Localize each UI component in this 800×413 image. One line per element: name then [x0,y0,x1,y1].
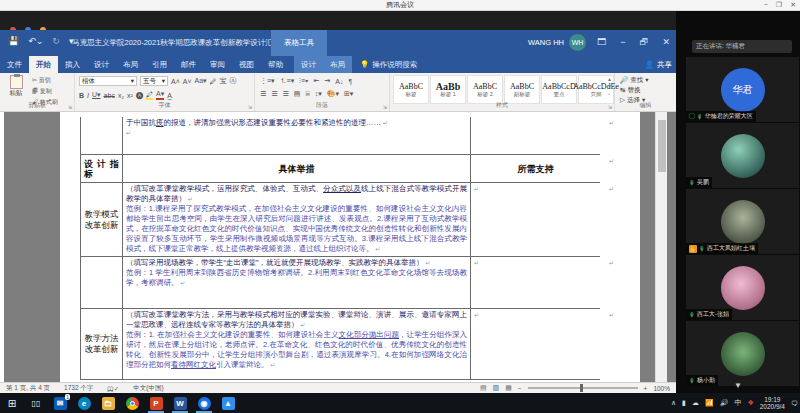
table-cell[interactable]: 具体举措 [122,155,470,182]
clock[interactable]: 19:19 2020/9/4 [760,396,785,410]
tab-引用[interactable]: 引用 [145,56,174,73]
style-chip-标题 1[interactable]: AaBb标题 1 [430,75,466,104]
multilevel-list-icon[interactable]: ⫶≡▾ [299,77,308,85]
shading-icon[interactable]: 🎨▾ [327,90,339,98]
increase-indent-icon[interactable]: ⇥ [324,77,330,85]
restore-window-icon[interactable]: ❐ [776,1,782,9]
participant-tile[interactable]: ✋🎙西工大凤娟红土壤 [686,189,799,254]
context-tab-设计[interactable]: 设计 [294,56,323,73]
cut-button[interactable]: ✂ 剪切 [32,76,58,85]
tab-插入[interactable]: 插入 [58,56,87,73]
account-name[interactable]: WANG HH [528,38,564,47]
word-count[interactable]: 1732 个字 [64,384,93,393]
zoom-in-icon[interactable]: + [644,385,648,392]
highlight-icon[interactable]: 🖍 [146,91,153,100]
table-cell[interactable]: 设计指标 [80,155,122,182]
ime-app-icon[interactable]: ❖ [747,399,753,407]
context-tab-布局[interactable]: 布局 [323,56,352,73]
vertical-scrollbar[interactable] [655,112,667,382]
participant-tile[interactable]: 🎙吴鹏 [686,123,799,188]
tab-帮助[interactable]: 帮助 [261,56,290,73]
zoom-out-icon[interactable]: − [518,385,522,392]
zoom-level[interactable]: 100% [653,385,670,392]
mail-app-icon[interactable]: ✉1 [48,393,72,413]
share-button[interactable]: 👤 共享 [645,56,672,73]
zoom-slider-thumb[interactable] [580,384,583,392]
paste-button[interactable]: 粘贴 [3,75,29,102]
word-app-icon[interactable]: W [168,393,192,413]
table-cell[interactable]: ↵ [470,257,600,308]
table-cell[interactable]: 于中国抗疫的报道，讲清加强意识形态建设重要性必要性和紧迫性的道理…… ↵↵ [122,117,470,154]
tab-邮件[interactable]: 邮件 [174,56,203,73]
subscript-icon[interactable]: x₂ [118,92,124,99]
ribbon-display-options-icon[interactable]: 🗖 [597,37,606,47]
save-icon[interactable]: 💾 [8,36,19,46]
italic-icon[interactable]: I [87,92,89,99]
powerpoint-app-icon[interactable]: P [144,393,168,413]
line-spacing-icon[interactable]: ↕▾ [315,90,322,98]
table-cell[interactable] [80,117,122,154]
minimize-window-icon[interactable]: − [764,1,768,9]
onedrive-icon[interactable]: ☁ [692,399,699,407]
borders-icon[interactable]: ⊞▾ [344,90,353,98]
tab-布局[interactable]: 布局 [116,56,145,73]
read-mode-icon[interactable]: ▤ [480,384,487,392]
text-effects-icon[interactable]: 🅐 [136,91,143,99]
strikethrough-icon[interactable]: abc [104,92,115,99]
style-chip-标题[interactable]: AaBbC标题 [393,75,429,104]
volume-icon[interactable]: 🔊 [720,399,729,407]
proofing-icon[interactable]: 🕮✓ [107,385,119,393]
underline-icon[interactable]: U▾ [92,91,101,99]
font-name-combo[interactable]: 楷体▾ [79,76,137,86]
copy-button[interactable]: 🗐 复制 [32,87,58,96]
language-indicator[interactable]: 中文(中国) [133,384,163,393]
participant-tile[interactable]: 🎙杨小勤 [686,321,799,386]
notification-center-icon[interactable]: 🗨 [791,400,798,407]
meeting-app-icon[interactable]: ◉ [192,393,216,413]
font-color-icon[interactable]: A▾ [156,90,164,100]
tab-视图[interactable]: 视图 [232,56,261,73]
style-chip-副标题[interactable]: AaBbC副标题 [504,75,540,104]
document-page[interactable]: 于中国抗疫的报道，讲清加强意识形态建设重要性必要性和紧迫性的道理…… ↵↵↵设计… [60,112,640,382]
table-cell[interactable]: 教学方法改革创新 [80,309,122,379]
table-cell[interactable]: （填写采用现场教学，带学生“走出课堂”，就近就便开展现场教学、实践教学的具体举措… [122,257,470,308]
redo-icon[interactable]: ↻ [52,36,60,46]
font-size-combo[interactable]: 五号▾ [140,76,168,86]
page-indicator[interactable]: 第 1 页, 共 4 页 [6,384,50,393]
distribute-icon[interactable]: ⌸ [305,90,309,98]
table-cell[interactable]: 所需支持 [470,155,600,182]
phonetic-guide-icon[interactable]: 宝 [220,76,227,86]
character-shading-icon[interactable]: A̲ [167,92,172,99]
voov-app-icon[interactable]: ▲ [216,393,240,413]
tellme-search[interactable]: 💡 操作说明搜索 [352,56,425,73]
collapse-participants-icon[interactable]: ▼ [734,381,742,390]
find-button[interactable]: 🔎查找 ▾ [620,75,648,85]
paragraph-dialog-launcher-icon[interactable]: ⇲ [383,104,387,110]
enclose-characters-icon[interactable]: Ⓐ [230,76,237,86]
participant-tile[interactable]: 华君🖵🎙华楠君的荣耀大区 [686,57,799,122]
table-cell[interactable]: （填写改革课堂教学方法，采用与教学模式相对应的课堂实验、课堂辩论、演讲、展示、邀… [122,309,470,379]
bullets-icon[interactable]: ⋮≡▾ [260,77,275,85]
align-center-icon[interactable]: ☰ [271,90,277,98]
tray-expand-icon[interactable]: ∧ [671,399,676,407]
show-marks-icon[interactable]: ¶ [348,78,352,85]
tab-开始[interactable]: 开始 [29,56,58,73]
table-cell[interactable]: （填写改革课堂教学模式，运用探究式、体验式、互动式、分众式以及线上线下混合式等教… [122,183,470,256]
edge-app-icon[interactable]: e [72,393,96,413]
print-layout-icon[interactable]: ▥ [493,384,500,392]
decrease-indent-icon[interactable]: ⇤ [313,77,319,85]
word-close-icon[interactable]: ✕ [662,37,670,47]
style-chip-要点[interactable]: AaBbCcD要点 [541,75,577,104]
styles-more-icon[interactable]: ⌄ [607,90,612,96]
web-layout-icon[interactable]: ▦ [505,384,512,392]
tab-审阅[interactable]: 审阅 [203,56,232,73]
battery-icon[interactable]: ▮ [682,399,686,407]
table-cell[interactable]: 教学模式改革创新 [80,183,122,256]
replace-button[interactable]: ↹替换 [620,85,648,95]
scrollbar-thumb[interactable] [658,120,666,172]
justify-icon[interactable]: ▤ [294,90,301,98]
table-cell[interactable] [470,117,600,154]
start-button[interactable]: ⊞ [0,393,24,413]
bold-icon[interactable]: B [79,92,84,99]
numbering-icon[interactable]: ⒈≡▾ [280,76,295,86]
